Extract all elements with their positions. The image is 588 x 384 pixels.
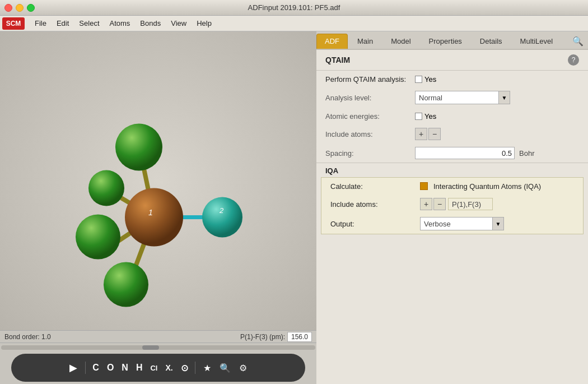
menu-help[interactable]: Help bbox=[192, 17, 216, 29]
tool-search[interactable]: 🔍 bbox=[217, 359, 234, 376]
output-control: Verbose ▼ bbox=[420, 217, 574, 230]
include-atoms-iqa-plus[interactable]: + bbox=[420, 198, 432, 210]
include-atoms-iqa-row: Include atoms: + − P(1),F(3) bbox=[321, 195, 583, 214]
iqa-section-header: IQA bbox=[316, 163, 588, 176]
analysis-level-arrow[interactable]: ▼ bbox=[498, 91, 510, 104]
help-button[interactable]: ? bbox=[568, 54, 579, 66]
viewer-status: Bond order: 1.0 P(1)-F(3) (pm): 156.0 bbox=[0, 330, 316, 343]
atomic-energies-yes: Yes bbox=[424, 112, 436, 121]
scrollbar-thumb[interactable] bbox=[142, 345, 159, 350]
tool-nitrogen[interactable]: N bbox=[118, 360, 132, 375]
toolbar-divider-1 bbox=[85, 362, 86, 374]
svg-point-5 bbox=[115, 124, 162, 171]
calculate-label: Calculate: bbox=[330, 182, 420, 191]
include-atoms-qtaim-row: Include atoms: + − bbox=[316, 124, 588, 144]
perform-qtaim-row: Perform QTAIM analysis: Yes bbox=[316, 71, 588, 87]
scm-logo[interactable]: SCM bbox=[2, 17, 25, 30]
include-atoms-iqa-label: Include atoms: bbox=[330, 200, 420, 209]
tool-cursor[interactable]: ▶ bbox=[65, 359, 82, 376]
tool-chlorine[interactable]: Cl bbox=[147, 362, 161, 374]
tool-star[interactable]: ★ bbox=[199, 359, 216, 376]
spacing-unit: Bohr bbox=[519, 149, 534, 158]
output-dropdown[interactable]: Verbose ▼ bbox=[420, 217, 504, 230]
svg-point-6 bbox=[76, 215, 120, 260]
molecule-background: 1 2 bbox=[0, 31, 316, 330]
output-row: Output: Verbose ▼ bbox=[321, 214, 583, 234]
menu-view[interactable]: View bbox=[166, 17, 191, 29]
analysis-level-dropdown[interactable]: Normal ▼ bbox=[415, 91, 510, 104]
tab-properties[interactable]: Properties bbox=[421, 34, 470, 49]
output-value: Verbose bbox=[421, 220, 492, 228]
tool-ring[interactable]: ⊙ bbox=[178, 360, 192, 376]
include-atoms-iqa-buttons: + − bbox=[420, 198, 446, 210]
calculate-control: Interacting Quantum Atoms (IQA) bbox=[420, 182, 574, 191]
toolbar-divider-2 bbox=[195, 362, 195, 374]
menu-bonds[interactable]: Bonds bbox=[136, 17, 165, 29]
perform-qtaim-checkbox[interactable] bbox=[415, 76, 422, 83]
perform-qtaim-label: Perform QTAIM analysis: bbox=[325, 75, 415, 84]
tool-x[interactable]: X. bbox=[162, 361, 176, 374]
analysis-level-control: Normal ▼ bbox=[415, 91, 579, 104]
right-panel: ADF Main Model Properties Details MultiL… bbox=[316, 31, 588, 384]
pm-label: P(1)-F(3) (pm): bbox=[240, 333, 285, 341]
tab-multilevel[interactable]: MultiLevel bbox=[512, 34, 562, 49]
atomic-energies-label: Atomic energies: bbox=[325, 112, 415, 121]
viewer-canvas[interactable]: 1 2 bbox=[0, 31, 316, 330]
perform-qtaim-control: Yes bbox=[415, 75, 579, 84]
bond-order-text: Bond order: 1.0 bbox=[4, 333, 240, 341]
svg-text:2: 2 bbox=[219, 206, 224, 215]
molecule-svg: 1 2 bbox=[0, 31, 316, 330]
svg-text:1: 1 bbox=[148, 208, 153, 217]
search-icon: 🔍 bbox=[572, 36, 584, 47]
tool-carbon[interactable]: C bbox=[89, 360, 102, 375]
section-header: QTAIM ? bbox=[316, 50, 588, 71]
svg-point-8 bbox=[88, 170, 124, 206]
tab-main[interactable]: Main bbox=[349, 34, 381, 49]
maximize-button[interactable] bbox=[27, 4, 35, 12]
atomic-energies-checkbox-container: Yes bbox=[415, 112, 436, 121]
include-atoms-iqa-minus[interactable]: − bbox=[433, 198, 446, 210]
menu-atoms[interactable]: Atoms bbox=[105, 17, 135, 29]
include-atoms-qtaim-buttons: + − bbox=[415, 128, 441, 140]
window-title: ADFinput 2019.101: PF5.adf bbox=[248, 3, 340, 12]
tab-bar: ADF Main Model Properties Details MultiL… bbox=[316, 31, 588, 50]
spacing-input[interactable] bbox=[415, 147, 515, 159]
iqa-calculate-checkbox[interactable] bbox=[420, 182, 428, 190]
tool-hydrogen[interactable]: H bbox=[133, 360, 146, 375]
window-controls bbox=[4, 4, 35, 12]
perform-qtaim-checkbox-container: Yes bbox=[415, 75, 436, 84]
main-area: 1 2 Bond order: 1.0 P(1)-F(3) (pm): 156.… bbox=[0, 31, 588, 384]
tool-settings[interactable]: ⚙ bbox=[235, 359, 251, 376]
menu-edit[interactable]: Edit bbox=[52, 17, 73, 29]
tab-adf[interactable]: ADF bbox=[316, 34, 348, 49]
include-atoms-qtaim-label: Include atoms: bbox=[325, 130, 415, 138]
close-button[interactable] bbox=[4, 4, 12, 12]
svg-point-11 bbox=[202, 197, 242, 238]
viewer-scrollbar[interactable] bbox=[0, 343, 316, 351]
analysis-level-label: Analysis level: bbox=[325, 94, 415, 102]
menu-select[interactable]: Select bbox=[74, 17, 104, 29]
output-arrow[interactable]: ▼ bbox=[492, 218, 503, 230]
iqa-highlight-area: Calculate: Interacting Quantum Atoms (IQ… bbox=[321, 177, 584, 234]
scrollbar-track[interactable] bbox=[1, 345, 315, 350]
atomic-energies-control: Yes bbox=[415, 112, 579, 121]
search-tab[interactable]: 🔍 bbox=[568, 34, 588, 49]
spacing-label: Spacing: bbox=[325, 149, 415, 158]
tool-oxygen[interactable]: O bbox=[104, 360, 117, 375]
titlebar: ADFinput 2019.101: PF5.adf bbox=[0, 0, 588, 16]
tab-details[interactable]: Details bbox=[472, 34, 511, 49]
tab-model[interactable]: Model bbox=[382, 34, 419, 49]
atomic-energies-checkbox[interactable] bbox=[415, 113, 422, 120]
minimize-button[interactable] bbox=[16, 4, 24, 12]
calculate-row: Calculate: Interacting Quantum Atoms (IQ… bbox=[321, 178, 583, 195]
svg-point-9 bbox=[125, 188, 183, 247]
menu-file[interactable]: File bbox=[30, 17, 51, 29]
include-atoms-qtaim-plus[interactable]: + bbox=[415, 128, 427, 140]
pm-value: 156.0 bbox=[287, 332, 312, 342]
include-atoms-qtaim-minus[interactable]: − bbox=[428, 128, 441, 140]
analysis-level-value: Normal bbox=[416, 94, 498, 102]
pm-info: P(1)-F(3) (pm): 156.0 bbox=[240, 332, 312, 342]
include-atoms-iqa-control: + − P(1),F(3) bbox=[420, 198, 574, 210]
menubar: SCM File Edit Select Atoms Bonds View He… bbox=[0, 16, 588, 31]
svg-point-7 bbox=[104, 262, 148, 307]
